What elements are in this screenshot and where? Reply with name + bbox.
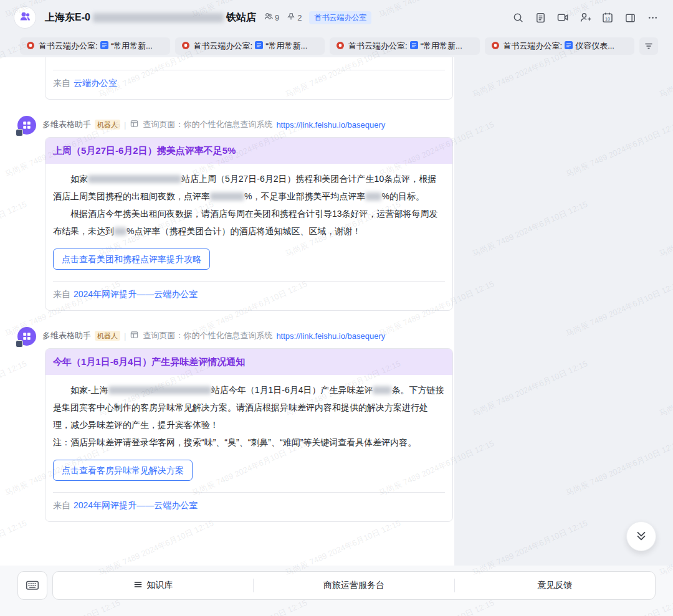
chat-title-prefix: 上海东E-0 [45,11,90,24]
redacted-text [88,175,181,183]
card-title: 上周（5月27日-6月2日）携美点评率不足5% [45,138,452,164]
card-button-row: 点击查看客房异味常见解决方案 [45,451,452,492]
source-link[interactable]: 2024年网评提升——云端办公室 [74,500,198,510]
pinned-tab-1[interactable]: 首书云端办公室: “常用常新... [20,37,170,55]
view-rating-guide-button[interactable]: 点击查看美团和携程点评率提升攻略 [53,249,210,270]
bot-avatar[interactable] [17,116,36,135]
query-page-link[interactable]: https://link.feishu.io/basequery [276,120,385,130]
pinned-tab-label: 首书云端办公室: 仪容仪表... [504,40,614,52]
watermark-text: 马尚辰 7489 2024年6月10日 12:15 [564,438,673,499]
double-chevron-down-icon [634,529,648,544]
card-body: 如家-上海站店今年（1月1日-6月4日）产生异味差评条。下方链接是集团宾客中心制… [45,375,452,451]
card-button-row: 点击查看美团和携程点评率提升攻略 [45,240,452,281]
partial-message-card: 来自云端办公室 [45,57,453,100]
bot-message: 多维表格助手 机器人 | 查询页面：你的个性化信息查询系统 https://li… [0,118,454,311]
source-link[interactable]: 云端办公室 [74,78,117,88]
watermark-text: 马尚辰 7489 2024年6月10日 12:15 [564,119,673,180]
card-paragraph: 如家-上海站店今年（1月1日-6月4日）产生异味差评条。下方链接是集团宾客中心制… [53,381,445,434]
watermark-text: 马尚辰 7489 2024年6月10日 12:15 [470,199,589,260]
card-footer: 来自2024年网评提升——云端办公室 [45,493,452,521]
message-header: 多维表格助手 机器人 | 查询页面：你的个性化信息查询系统 https://li… [42,329,454,342]
pinned-tab-3[interactable]: 首书云端办公室: “常用常新... [330,37,480,55]
redacted-text [108,386,211,394]
bot-message: 多维表格助手 机器人 | 查询页面：你的个性化信息查询系统 https://li… [0,329,454,522]
separator: | [124,331,126,341]
record-icon [181,41,190,52]
member-count[interactable]: 9 [264,12,279,23]
pinned-tab-2[interactable]: 首书云端办公室: “常用常新... [175,37,325,55]
bot-badge: 机器人 [95,120,120,130]
bot-name: 多维表格助手 [42,119,91,130]
card-paragraph: 注：酒店异味差评请登录华客网，搜索“味”、“臭”、“刺鼻”、“难闻”等关键词查看… [53,434,445,451]
search-icon[interactable] [508,8,527,27]
pinned-tab-label: 首书云端办公室: “常用常新... [348,40,462,52]
video-call-icon[interactable] [553,8,572,27]
scroll-to-bottom-button[interactable] [626,521,656,551]
org-badge: 首书云端办公室 [309,11,371,24]
redacted-text [365,192,381,201]
message-header: 多维表格助手 机器人 | 查询页面：你的个性化信息查询系统 https://li… [42,118,454,131]
chat-header: 上海东E-0 铁站店 9 2 [0,0,673,35]
pinned-tab-label: 首书云端办公室: “常用常新... [39,40,153,52]
card-paragraph: 根据酒店今年携美出租间夜数据，请酒店每周在美团和携程合计引导13条好评，运营部将… [53,205,445,240]
card-body: 如家站店上周（5月27日-6月2日）携程和美团合计产生10条点评，根据酒店上周美… [45,164,452,240]
record-icon [491,41,500,52]
redacted-text [210,192,244,201]
menu-item-knowledge-base[interactable]: 知识库 [53,572,253,599]
sheet-icon [410,41,418,51]
sheet-icon [565,41,573,51]
query-page-label: 查询页面：你的个性化信息查询系统 [143,119,272,130]
keyboard-toggle-button[interactable] [17,571,47,600]
from-label: 来自 [53,500,70,510]
bot-name: 多维表格助手 [42,330,91,341]
from-label: 来自 [53,289,70,299]
card-footer: 来自2024年网评提升——云端办公室 [45,282,452,310]
sheet-icon [100,41,108,51]
bot-app-badge-icon [16,129,23,136]
calendar-icon[interactable]: 10 [598,8,617,27]
bot-app-badge-icon [16,340,23,348]
query-page-link[interactable]: https://link.feishu.io/basequery [276,331,385,341]
message-card: 上周（5月27日-6月2日）携美点评率不足5% 如家站店上周（5月27日-6月2… [45,137,453,311]
watermark-text: 马尚辰 7489 2024年6月10日 12:15 [657,199,673,260]
separator: | [124,120,126,130]
bot-badge: 机器人 [95,331,120,341]
pin-filter-icon[interactable] [639,37,658,55]
view-odor-solution-button[interactable]: 点击查看客房异味常见解决方案 [53,460,193,481]
watermark-text: 马尚辰 7489 2024年6月10日 12:15 [564,278,673,339]
message-card: 今年（1月1日-6月4日）产生异味差评情况通知 如家-上海站店今年（1月1日-6… [45,348,453,522]
pinned-tab-label: 首书云端办公室: “常用常新... [194,40,308,52]
title-wrap: 上海东E-0 铁站店 9 2 [45,11,371,24]
service-menu-bar: 知识库 商旅运营服务台 意见反馈 [52,571,656,600]
card-paragraph: 如家站店上周（5月27日-6月2日）携程和美团合计产生10条点评，根据酒店上周美… [53,170,445,205]
query-page-icon [130,119,139,130]
query-page-icon [130,330,139,341]
chat-message-area[interactable]: 来自云端办公室 多维表格助手 机器人 | 查询页面：你的个性化信息查询系统 ht… [0,57,454,566]
query-page-label: 查询页面：你的个性化信息查询系统 [143,330,272,341]
member-count-value: 9 [275,13,279,22]
pin-count[interactable]: 2 [287,12,302,23]
card-title: 今年（1月1日-6月4日）产生异味差评情况通知 [45,349,452,375]
watermark-text: 马尚辰 7489 2024年6月10日 12:15 [470,358,589,419]
menu-item-feedback[interactable]: 意见反馈 [455,572,655,599]
chat-title: 上海东E-0 铁站店 [45,11,256,24]
pinned-tab-4[interactable]: 首书云端办公室: 仪容仪表... [485,37,635,55]
submenu-icon [133,580,143,591]
card-footer: 来自云端办公室 [45,70,452,99]
redacted-text [114,227,126,235]
group-avatar[interactable] [14,6,36,29]
source-link[interactable]: 2024年网评提升——云端办公室 [74,289,198,299]
menu-item-travel-service-desk[interactable]: 商旅运营服务台 [254,572,454,599]
record-icon [336,41,345,52]
bottom-bar: 知识库 商旅运营服务台 意见反馈 [0,566,673,616]
pin-icon [287,12,295,23]
redacted-text [373,386,391,394]
docs-icon[interactable] [531,8,550,27]
watermark-text: 马尚辰 7489 2024年6月10日 12:15 [657,358,673,419]
group-people-icon [19,10,31,25]
open-in-window-icon[interactable] [621,8,639,27]
bot-avatar[interactable] [17,327,36,346]
add-member-icon[interactable] [576,8,594,27]
pinned-announcements-bar: 首书云端办公室: “常用常新... 首书云端办公室: “常用常新... 首书云端… [0,35,673,57]
more-icon[interactable] [643,8,662,27]
